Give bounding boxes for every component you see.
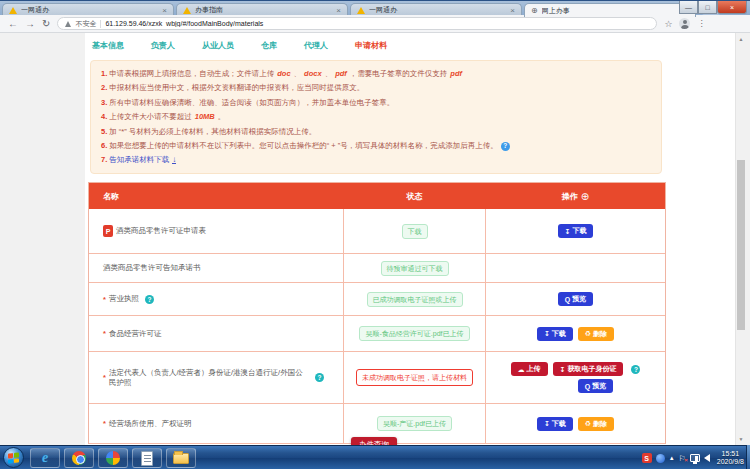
download-materials-link[interactable]: 告知承诺材料下载 xyxy=(109,155,169,164)
help-icon[interactable]: ? xyxy=(501,142,510,151)
tab-application-materials[interactable]: 申请材料 xyxy=(355,40,387,51)
show-desktop-button[interactable] xyxy=(746,445,750,469)
page-scrollbar[interactable]: ▲ ▼ xyxy=(735,33,745,445)
help-icon[interactable]: ? xyxy=(315,373,324,382)
blue-app-tray-icon[interactable] xyxy=(656,454,665,463)
preview-button[interactable]: Q预览 xyxy=(578,379,613,393)
profile-avatar[interactable] xyxy=(679,18,690,29)
download-button[interactable]: ↧下载 xyxy=(537,417,573,431)
table-body: P酒类商品零售许可证申请表下载↧下载酒类商品零售许可告知承诺书待预审通过可下载*… xyxy=(89,209,665,444)
reload-button[interactable]: ↻ xyxy=(42,19,50,29)
add-material-icon[interactable]: ⊕ xyxy=(581,191,589,202)
tab-close-icon[interactable]: × xyxy=(510,7,515,14)
scrollbar-thumb[interactable] xyxy=(737,160,745,330)
divider xyxy=(100,20,101,28)
browser-tab-4-active[interactable]: ⊕ 网上办事 × xyxy=(524,3,696,17)
header-status: 状态 xyxy=(343,191,486,202)
tab-agent[interactable]: 代理人 xyxy=(304,40,328,51)
trash-icon: ♻ xyxy=(585,330,591,337)
tab-basic-info[interactable]: 基本信息 xyxy=(92,40,124,51)
notice-text: 所有申请材料应确保清晰、准确、适合阅读（如页面方向），并加盖本单位电子签章。 xyxy=(109,98,394,107)
tab-close-icon[interactable]: × xyxy=(336,7,341,14)
notice-text: 、 xyxy=(294,69,302,78)
taskbar: e S ▲ ⚐ 15:51 2020/9/8 xyxy=(0,445,750,469)
forward-button[interactable]: → xyxy=(25,19,35,29)
action-line: Q预览 xyxy=(578,379,613,393)
scroll-down-icon[interactable]: ▼ xyxy=(736,436,746,442)
taskbar-browser-button[interactable] xyxy=(98,448,128,468)
action-line: ↧下载♻删除 xyxy=(537,417,614,431)
notice-number: 7. xyxy=(101,155,107,164)
back-button[interactable]: ← xyxy=(8,19,18,29)
bookmark-star-icon[interactable]: ☆ xyxy=(664,19,672,29)
notice-text: 申请表根据网上填报信息，自动生成；文件请上传 xyxy=(109,69,274,78)
taskbar-ie-button[interactable]: e xyxy=(30,448,60,468)
tab-title: 网上办事 xyxy=(542,6,681,16)
delete-button[interactable]: ♻删除 xyxy=(578,417,614,431)
notice-number: 4. xyxy=(101,112,107,121)
not-secure-icon xyxy=(65,21,71,27)
upload-button[interactable]: ☁上传 xyxy=(511,362,548,376)
link-icon: ↧ xyxy=(560,366,566,373)
notice-text: pdf xyxy=(450,69,462,78)
pinwheel-browser-icon xyxy=(106,451,120,465)
clock-time: 15:51 xyxy=(717,450,744,459)
material-name: 经营场所使用、产权证明 xyxy=(109,419,192,429)
warning-favicon xyxy=(9,7,17,14)
search-icon: Q xyxy=(585,383,590,390)
taskbar-explorer-button[interactable] xyxy=(166,448,196,468)
material-status-cell: 已成功调取电子证照或上传 xyxy=(343,283,486,315)
minimize-button[interactable]: — xyxy=(679,1,698,14)
scroll-up-icon[interactable]: ▲ xyxy=(736,36,746,42)
preview-button[interactable]: Q预览 xyxy=(558,292,593,306)
notice-line: 4.上传文件大小请不要超过10MB。 xyxy=(101,110,651,124)
download-button[interactable]: ↧下载 xyxy=(537,327,573,341)
notice-number: 5. xyxy=(101,127,107,136)
button-label: 预览 xyxy=(572,295,586,303)
download-button[interactable]: ↧下载 xyxy=(558,224,594,238)
start-button[interactable] xyxy=(3,447,24,468)
get-eid-button[interactable]: ↧获取电子身份证 xyxy=(553,362,624,376)
help-icon[interactable]: ? xyxy=(631,365,640,374)
screen: 一网通办 × 办事指南 × 一网通办 × ⊕ 网上办事 × + — □ × ← … xyxy=(0,0,750,469)
button-label: 上传 xyxy=(527,365,541,373)
action-line: ↧下载♻删除 xyxy=(537,327,614,341)
material-actions-cell: Q预览 xyxy=(486,283,665,315)
action-center-flag-icon[interactable]: ⚐ xyxy=(679,454,686,463)
close-button[interactable]: × xyxy=(717,1,747,14)
tab-title: 办事指南 xyxy=(195,5,332,15)
notice-line: 6.如果您想要上传的申请材料不在以下列表中。您可以点击操作栏的“ + ”号，填写… xyxy=(101,139,651,153)
maximize-button[interactable]: □ xyxy=(698,1,717,14)
volume-icon[interactable] xyxy=(704,454,710,462)
taskbar-clock[interactable]: 15:51 2020/9/8 xyxy=(717,450,744,467)
taskbar-chrome-button[interactable] xyxy=(64,448,94,468)
system-tray: S ▲ ⚐ 15:51 2020/9/8 xyxy=(642,446,744,469)
taskbar-document-button[interactable] xyxy=(132,448,162,468)
delete-button[interactable]: ♻删除 xyxy=(578,327,614,341)
browser-menu-icon[interactable]: ⋮ xyxy=(697,19,705,28)
folder-icon xyxy=(173,453,189,464)
button-label: 预览 xyxy=(592,382,606,390)
download-icon[interactable]: ↓ xyxy=(172,156,176,164)
notice-text: pdf xyxy=(335,69,347,78)
windows-flag-icon xyxy=(8,452,19,463)
help-icon[interactable]: ? xyxy=(145,295,154,304)
tab-warehouse[interactable]: 仓库 xyxy=(261,40,277,51)
material-name-cell: P酒类商品零售许可证申请表 xyxy=(89,209,343,253)
materials-table: 名称 状态 操作 ⊕ P酒类商品零售许可证申请表下载↧下载酒类商品零售许可告知承… xyxy=(88,182,666,444)
notice-number: 1. xyxy=(101,69,107,78)
status-badge: 已成功调取电子证照或上传 xyxy=(367,292,463,307)
notice-text: 加 “*” 号材料为必须上传材料，其他材料请根据实际情况上传。 xyxy=(109,127,316,136)
tab-close-icon[interactable]: × xyxy=(162,7,167,14)
tab-employees[interactable]: 从业人员 xyxy=(202,40,234,51)
search-icon: Q xyxy=(565,296,570,303)
notice-line: 2.申报材料应当使用中文，根据外文资料翻译的申报资料，应当同时提供原文。 xyxy=(101,81,651,95)
address-bar[interactable]: 不安全 61.129.59.46/xzxk_wbjg/#/foodMainBod… xyxy=(57,17,657,30)
material-name-cell: *营业执照? xyxy=(89,283,343,315)
material-name: 食品经营许可证 xyxy=(109,329,162,339)
tab-responsible-person[interactable]: 负责人 xyxy=(151,40,175,51)
link-icon: ↧ xyxy=(544,330,550,337)
show-hidden-icons-icon[interactable]: ▲ xyxy=(669,455,675,461)
sogou-tray-icon[interactable]: S xyxy=(642,453,652,463)
material-status-cell: 下载 xyxy=(343,209,486,253)
